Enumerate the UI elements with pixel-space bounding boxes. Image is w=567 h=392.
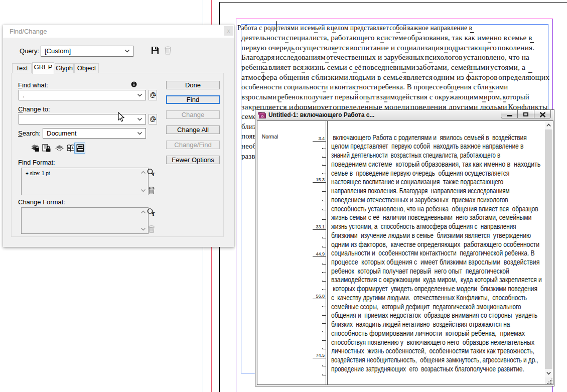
svg-text:T: T [152, 211, 155, 216]
svg-text:ID: ID [261, 115, 264, 118]
svg-text:T: T [152, 172, 155, 177]
